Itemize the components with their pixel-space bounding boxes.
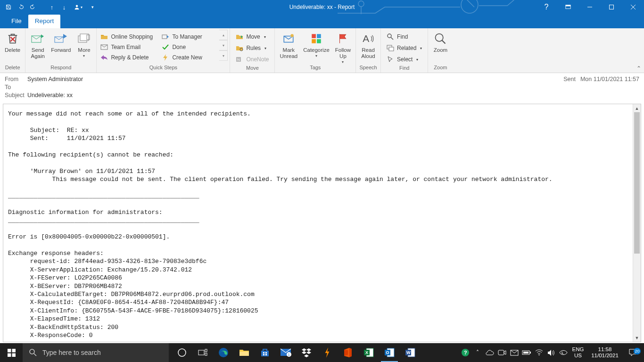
scroll-up-icon[interactable]: ▲ (633, 104, 641, 112)
taskbar-search[interactable]: Type here to search (23, 343, 169, 362)
tray-notifications-icon[interactable]: 20 (623, 348, 642, 357)
subject-label: Subject (5, 92, 27, 99)
svg-rect-38 (263, 352, 264, 354)
tray-volume-icon[interactable] (545, 343, 557, 362)
qs-team-email[interactable]: Team Email (99, 42, 160, 52)
customize-qat-icon[interactable]: ▾ (87, 1, 98, 13)
help-icon[interactable]: ? (536, 0, 557, 14)
minimize-icon[interactable] (579, 0, 601, 14)
start-button[interactable] (0, 343, 23, 362)
forward-mail-icon (162, 33, 169, 41)
send-again-icon (30, 31, 45, 46)
svg-rect-40 (263, 354, 264, 355)
tray-clock[interactable]: 11:5811/01/2021 (586, 346, 623, 359)
scroll-thumb[interactable] (634, 112, 640, 254)
undo-icon[interactable] (15, 1, 26, 13)
svg-rect-59 (530, 352, 531, 354)
mail-icon[interactable]: 1 (275, 343, 296, 362)
qs-create-new[interactable]: Create New (160, 52, 221, 63)
ribbon-tabs: File Report (0, 14, 644, 28)
categorize-button[interactable]: Categorize▾ (300, 30, 332, 58)
maximize-icon[interactable] (601, 0, 622, 14)
delete-button[interactable]: Delete (2, 30, 23, 53)
qs-up-icon[interactable]: ▴ (219, 30, 228, 40)
office-icon[interactable] (338, 343, 358, 362)
select-button[interactable]: Select▾ (384, 54, 425, 65)
message-body[interactable]: Your message did not reach some or all o… (3, 104, 641, 342)
svg-rect-35 (205, 353, 207, 355)
rules-button[interactable]: Rules▾ (233, 42, 272, 54)
winamp-icon[interactable] (317, 343, 338, 362)
word-icon[interactable]: W (400, 343, 421, 362)
zoom-icon (433, 31, 448, 46)
svg-point-0 (76, 5, 78, 8)
follow-up-button[interactable]: Follow Up▾ (332, 30, 354, 64)
file-explorer-icon[interactable] (234, 343, 255, 362)
ribbon-display-icon[interactable] (557, 0, 579, 14)
tray-battery-icon[interactable] (520, 343, 533, 362)
group-speech: A Read Aloud Speech (356, 28, 381, 73)
group-zoom: Zoom Zoom (428, 28, 453, 73)
tab-report[interactable]: Report (28, 15, 61, 28)
dropbox-icon[interactable] (296, 343, 317, 362)
tray-mail-icon[interactable] (508, 343, 520, 362)
forward-button[interactable]: Forward (48, 30, 74, 53)
folder-icon (100, 33, 108, 41)
find-button[interactable]: Find (384, 31, 425, 42)
tray-meet-icon[interactable] (496, 343, 508, 362)
excel-icon[interactable]: X (358, 343, 379, 362)
task-view-icon[interactable] (192, 343, 213, 362)
more-button[interactable]: More▾ (74, 30, 94, 58)
svg-rect-18 (312, 34, 316, 38)
cortana-icon[interactable] (172, 343, 192, 362)
svg-rect-33 (198, 350, 204, 355)
send-again-button[interactable]: Send Again (27, 30, 48, 59)
save-icon[interactable] (3, 1, 14, 13)
tray-onedrive-icon[interactable] (484, 343, 496, 362)
reply-icon (100, 54, 108, 61)
group-respond: Send Again Forward More▾ Respond (25, 28, 97, 73)
qs-done[interactable]: Done (160, 42, 221, 52)
mark-unread-button[interactable]: Mark Unread (277, 30, 300, 59)
tray-language[interactable]: ENGUS (570, 346, 586, 359)
onenote-button[interactable]: NOneNote (233, 54, 272, 65)
svg-rect-30 (12, 353, 15, 356)
move-button[interactable]: Move▾ (233, 31, 272, 42)
vertical-scrollbar[interactable]: ▲ ▼ (633, 104, 641, 342)
tray-chevron-up-icon[interactable]: ˄ (471, 343, 484, 362)
window-title: Undeliverable: xx - Report (289, 4, 355, 10)
from-value: System Administrator (27, 76, 83, 82)
related-button[interactable]: Related▾ (384, 42, 425, 54)
store-icon[interactable] (255, 343, 275, 362)
qs-to-manager[interactable]: To Manager (160, 32, 221, 42)
collapse-ribbon-icon[interactable]: ⌃ (636, 65, 641, 72)
tab-file[interactable]: File (5, 15, 28, 28)
edge-icon[interactable] (213, 343, 234, 362)
scroll-down-icon[interactable]: ▼ (633, 334, 641, 342)
svg-point-31 (30, 349, 34, 354)
redo-icon[interactable] (27, 1, 39, 13)
tray-wifi-icon[interactable] (533, 343, 545, 362)
svg-text:A: A (363, 33, 369, 44)
qs-down-icon[interactable]: ▾ (219, 40, 228, 50)
tray-help-icon[interactable]: ? (459, 343, 471, 362)
arrow-down-icon[interactable]: ↓ (58, 1, 70, 13)
svg-rect-29 (8, 353, 11, 356)
arrow-up-icon[interactable]: ↑ (46, 1, 58, 13)
qs-online-shopping[interactable]: Online Shopping (99, 32, 160, 42)
qs-more-icon[interactable]: ▾ (219, 50, 228, 61)
person-icon[interactable]: ▾ (71, 1, 86, 13)
forward-icon (53, 31, 68, 46)
qs-reply-delete[interactable]: Reply & Delete (99, 52, 160, 63)
search-icon (387, 33, 394, 41)
tray-input-icon[interactable]: ᶄ (557, 343, 570, 362)
search-placeholder: Type here to search (42, 349, 101, 356)
outlook-icon[interactable]: O (379, 343, 400, 362)
svg-rect-60 (523, 352, 528, 354)
close-icon[interactable] (622, 0, 644, 14)
read-aloud-button[interactable]: A Read Aloud (358, 30, 379, 59)
zoom-button[interactable]: Zoom (430, 30, 451, 53)
svg-text:ᶄ: ᶄ (561, 351, 564, 355)
svg-point-1 (461, 0, 478, 13)
more-icon (76, 31, 91, 46)
